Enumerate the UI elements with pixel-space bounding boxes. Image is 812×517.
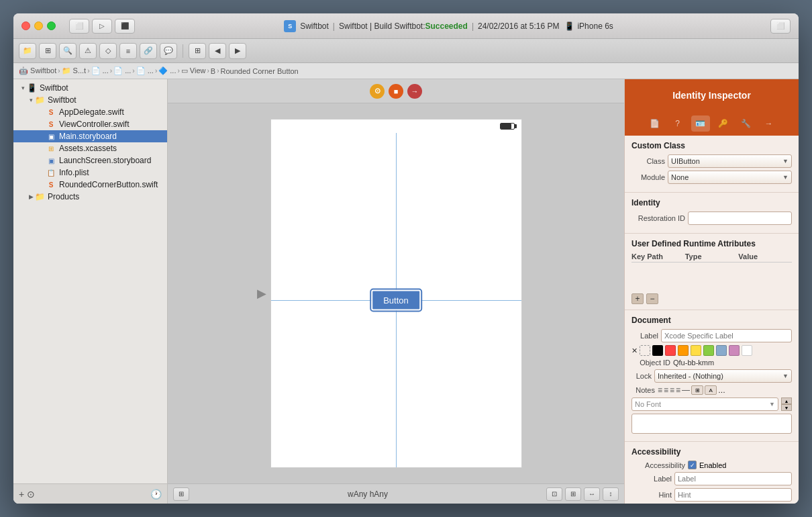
sidebar-item-group[interactable]: ▾ 📁 Swiftbot	[13, 94, 167, 106]
note-justify[interactable]: ≡	[676, 385, 680, 395]
note-align-center[interactable]: ≡	[664, 385, 668, 395]
color-green[interactable]	[703, 345, 714, 356]
udra-title: User Defined Runtime Attributes	[631, 239, 756, 248]
battery-icon	[500, 123, 515, 130]
inspector-tab-id[interactable]: 🪪	[691, 115, 710, 132]
class-select[interactable]: UIButton ▼	[668, 154, 792, 168]
sidebar-item-infoplist[interactable]: 📋 Info.plist	[13, 167, 167, 179]
link-button[interactable]: 🔗	[140, 43, 157, 59]
notes-icons: ≡ ≡ ≡ ≡ — ⊞ A …	[658, 385, 725, 395]
sidebar-toggle-button[interactable]: ⬜	[69, 19, 89, 34]
view-controller-icon[interactable]: ⊙	[370, 84, 385, 99]
breadcrumb-1[interactable]: 📄 ...	[91, 66, 109, 75]
back-button[interactable]: ◀	[209, 43, 226, 59]
sidebar-item-appdelegate[interactable]: S AppDelegate.swift	[13, 106, 167, 118]
inspector-tab-attr[interactable]: 🔧	[737, 115, 756, 132]
maximize-button[interactable]	[47, 21, 56, 30]
udra-remove-button[interactable]: −	[646, 293, 658, 304]
color-x-button[interactable]: ✕	[631, 346, 638, 355]
aspect-button-4[interactable]: ↕	[603, 487, 619, 501]
note-more-button[interactable]: …	[718, 386, 725, 394]
doc-label-input[interactable]	[661, 329, 792, 342]
battery-fill	[501, 124, 511, 129]
udra-add-remove-row: + −	[631, 293, 792, 304]
udra-table: Key Path Type Value	[631, 252, 792, 263]
exit-icon[interactable]: →	[407, 84, 422, 99]
diamond-button[interactable]: ◇	[99, 43, 117, 59]
font-size-up[interactable]: ▲	[781, 397, 792, 404]
grid-button[interactable]: ⊞	[39, 43, 56, 59]
notes-textarea[interactable]	[631, 414, 792, 434]
udra-add-button[interactable]: +	[631, 293, 644, 304]
inspector-toggle-button[interactable]: ⬜	[770, 19, 791, 34]
breadcrumb-view[interactable]: ▭ View	[181, 66, 206, 75]
acc-label-input[interactable]	[674, 472, 792, 485]
breadcrumb-rounded-corner[interactable]: Rounded Corner Button	[221, 67, 299, 75]
udra-empty-space	[631, 264, 792, 291]
color-black[interactable]	[652, 345, 663, 356]
breadcrumb-app[interactable]: 🤖 Swiftbot	[19, 66, 56, 75]
color-red[interactable]	[665, 345, 676, 356]
accessibility-enabled-checkbox[interactable]	[688, 461, 697, 469]
note-icon-text[interactable]: A	[705, 385, 717, 395]
breadcrumb-b[interactable]: B	[211, 67, 215, 75]
sidebar-item-roundedcorner[interactable]: S RoundedCornerButton.swift	[13, 179, 167, 191]
color-purple-light[interactable]	[729, 345, 740, 356]
font-select[interactable]: No Font ▼	[631, 397, 778, 411]
rounded-corner-button[interactable]: Button	[371, 290, 421, 311]
scheme-selector[interactable]: ▷	[92, 19, 112, 34]
inspector-tab-file[interactable]: 📄	[646, 115, 664, 132]
aspect-button-3[interactable]: ↔	[584, 487, 600, 501]
aspect-button-1[interactable]: ⊡	[546, 487, 562, 501]
main-toolbar: 📁 ⊞ 🔍 ⚠ ◇ ≡ 🔗 💬 ⊞ ◀ ▶	[13, 39, 799, 63]
filter-button[interactable]: ⊙	[27, 489, 35, 500]
breadcrumb-2[interactable]: 📄 ...	[113, 66, 131, 75]
lock-select[interactable]: Inherited - (Nothing) ▼	[654, 369, 792, 383]
sidebar-item-assets[interactable]: ⊞ Assets.xcassets	[13, 142, 167, 154]
sidebar-item-launchscreen[interactable]: ▣ LaunchScreen.storyboard	[13, 154, 167, 167]
module-select[interactable]: None ▼	[668, 171, 792, 184]
storyboard-button[interactable]: ⊞	[189, 43, 206, 59]
forward-button[interactable]: ▶	[229, 43, 246, 59]
note-align-right[interactable]: ≡	[670, 385, 674, 395]
breadcrumb-folder[interactable]: 📁 S...t	[62, 66, 87, 75]
font-size-down[interactable]: ▼	[781, 404, 792, 411]
toolbar-separator	[183, 44, 183, 58]
warning-button[interactable]: ⚠	[79, 43, 97, 59]
zoom-fit-button[interactable]: ⊞	[173, 487, 189, 501]
list-button[interactable]: ≡	[119, 43, 137, 59]
sidebar-item-mainstoryboard[interactable]: ▣ Main.storyboard	[13, 130, 167, 142]
comment-button[interactable]: 💬	[160, 43, 177, 59]
aspect-button-2[interactable]: ⊞	[565, 487, 581, 501]
color-white[interactable]	[742, 345, 752, 356]
color-orange[interactable]	[678, 345, 689, 356]
folder-icon-button[interactable]: 📁	[19, 43, 36, 59]
first-responder-icon[interactable]: ■	[389, 84, 403, 99]
breadcrumb-4[interactable]: 🔷 ...	[158, 66, 176, 75]
add-file-button[interactable]: +	[19, 489, 24, 500]
acc-hint-input[interactable]	[674, 488, 792, 502]
color-blue-light[interactable]	[716, 345, 727, 356]
breadcrumb-3[interactable]: 📄 ...	[136, 66, 154, 75]
type-header: Type	[685, 252, 739, 261]
note-icon-box[interactable]: ⊞	[691, 385, 703, 395]
search-button[interactable]: 🔍	[59, 43, 77, 59]
lock-select-arrow: ▼	[782, 373, 789, 379]
minimize-button[interactable]	[34, 21, 43, 30]
sidebar-item-products[interactable]: ▶ 📁 Products	[13, 191, 167, 203]
inspector-tab-key[interactable]: 🔑	[714, 115, 733, 132]
right-controls: ⬜	[770, 19, 791, 34]
color-yellow[interactable]	[691, 345, 701, 356]
close-button[interactable]	[21, 21, 30, 30]
inspector-tab-connections[interactable]: →	[760, 115, 778, 132]
note-align-left[interactable]: ≡	[658, 385, 662, 395]
inspector-tab-help[interactable]: ?	[668, 115, 687, 132]
sidebar-item-root[interactable]: ▾ 📱 Swiftbot	[13, 82, 167, 94]
sidebar-item-viewcontroller[interactable]: S ViewController.swift	[13, 118, 167, 130]
color-transparent[interactable]	[640, 345, 650, 356]
stop-button[interactable]: ⬛	[115, 19, 135, 34]
document-title: Document	[631, 316, 792, 325]
clock-button[interactable]: 🕐	[150, 489, 162, 500]
identity-title: Identity	[631, 198, 792, 207]
restoration-id-input[interactable]	[688, 211, 792, 225]
